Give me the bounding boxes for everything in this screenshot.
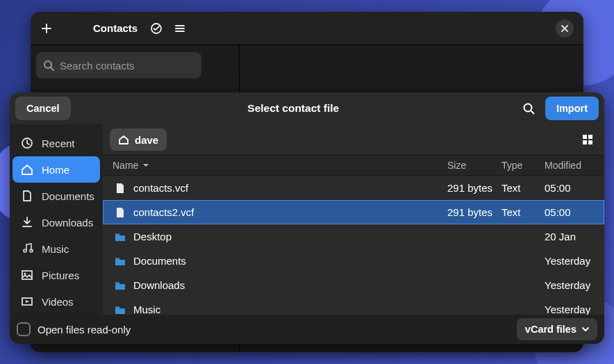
- file-name: Downloads: [133, 279, 447, 291]
- file-row[interactable]: contacts.vcf291 bytesText05:00: [103, 176, 604, 200]
- place-label: Documents: [42, 190, 94, 202]
- place-label: Downloads: [42, 217, 93, 229]
- grid-view-button[interactable]: [578, 130, 597, 149]
- sort-desc-icon: [142, 162, 149, 169]
- place-label: Music: [42, 243, 69, 255]
- close-icon: [561, 24, 569, 33]
- file-row[interactable]: DocumentsYesterday: [103, 249, 604, 273]
- file-name: Music: [133, 304, 447, 315]
- music-icon: [21, 242, 33, 255]
- place-label: Videos: [42, 296, 74, 308]
- dialog-title: Select contact file: [71, 102, 516, 115]
- search-icon: [522, 102, 535, 115]
- readonly-checkbox[interactable]: [17, 322, 31, 336]
- videos-icon: [21, 295, 33, 308]
- contacts-header: Contacts: [31, 12, 583, 45]
- home-icon: [118, 134, 129, 145]
- place-downloads[interactable]: Downloads: [13, 209, 100, 235]
- place-label: Recent: [42, 138, 75, 149]
- file-row[interactable]: Desktop20 Jan: [103, 224, 604, 249]
- file-name: contacts.vcf: [133, 182, 447, 194]
- file-filter-label: vCard files: [525, 324, 576, 335]
- column-name[interactable]: Name: [113, 160, 447, 171]
- column-modified[interactable]: Modified: [545, 160, 596, 171]
- home-icon: [21, 163, 33, 176]
- search-icon: [43, 60, 54, 71]
- svg-point-4: [30, 249, 33, 252]
- contacts-sidebar: [31, 45, 207, 85]
- menu-button[interactable]: [168, 17, 192, 40]
- file-modified: 05:00: [545, 206, 596, 218]
- svg-rect-8: [583, 135, 587, 139]
- file-list[interactable]: contacts.vcf291 bytesText05:00contacts2.…: [103, 176, 604, 315]
- file-modified: Yesterday: [545, 279, 596, 291]
- file-size: 291 bytes: [447, 182, 501, 194]
- breadcrumb-label: dave: [135, 134, 158, 146]
- file-modified: 05:00: [545, 182, 596, 194]
- file-filter-dropdown[interactable]: vCard files: [517, 318, 597, 340]
- import-button[interactable]: Import: [545, 97, 599, 120]
- svg-rect-10: [583, 140, 587, 144]
- place-recent[interactable]: Recent: [13, 130, 100, 156]
- file-icon: [113, 183, 128, 194]
- folder-icon: [113, 280, 128, 291]
- select-mode-button[interactable]: [144, 17, 168, 40]
- file-modified: Yesterday: [545, 304, 596, 315]
- pictures-icon: [21, 269, 33, 281]
- svg-rect-9: [588, 135, 592, 139]
- file-row[interactable]: contacts2.vcf291 bytesText05:00: [103, 200, 604, 224]
- dialog-header: Cancel Select contact file Import: [10, 92, 604, 124]
- grid-icon: [582, 134, 593, 145]
- files-pane: dave Name Size Type Modified contacts.vc…: [103, 124, 604, 315]
- documents-icon: [21, 190, 33, 202]
- pathbar: dave: [103, 124, 604, 155]
- file-icon: [113, 207, 128, 218]
- breadcrumb-home[interactable]: dave: [110, 129, 167, 151]
- readonly-label: Open files read-only: [38, 324, 510, 336]
- app-title: Contacts: [93, 22, 138, 34]
- column-size[interactable]: Size: [447, 160, 501, 171]
- folder-icon: [113, 231, 128, 242]
- cancel-button[interactable]: Cancel: [15, 97, 71, 120]
- file-name: Documents: [133, 255, 447, 267]
- search-button[interactable]: [516, 97, 541, 120]
- file-chooser-dialog: Cancel Select contact file Import Recent…: [10, 92, 604, 344]
- place-videos[interactable]: Videos: [13, 288, 100, 315]
- svg-rect-11: [588, 140, 592, 144]
- place-label: Pictures: [42, 270, 79, 281]
- plus-icon: [41, 23, 52, 34]
- search-input[interactable]: [60, 60, 194, 72]
- column-type[interactable]: Type: [501, 160, 545, 171]
- place-home[interactable]: Home: [13, 156, 100, 183]
- downloads-icon: [21, 216, 33, 229]
- folder-icon: [113, 256, 128, 267]
- dialog-footer: Open files read-only vCard files: [10, 315, 604, 344]
- place-label: Home: [42, 164, 69, 176]
- hamburger-icon: [174, 23, 185, 34]
- file-row[interactable]: DownloadsYesterday: [103, 273, 604, 297]
- check-circle-icon: [150, 22, 163, 35]
- search-field[interactable]: [36, 52, 201, 78]
- chevron-down-icon: [582, 326, 589, 333]
- recent-icon: [21, 137, 33, 149]
- svg-rect-5: [22, 271, 32, 279]
- places-sidebar: RecentHomeDocumentsDownloadsMusicPicture…: [10, 124, 103, 315]
- file-name: Desktop: [133, 231, 447, 242]
- file-name: contacts2.vcf: [133, 206, 447, 218]
- place-music[interactable]: Music: [13, 235, 100, 262]
- file-type: Text: [501, 182, 545, 194]
- file-modified: Yesterday: [545, 255, 596, 267]
- place-documents[interactable]: Documents: [13, 183, 100, 209]
- file-row[interactable]: MusicYesterday: [103, 297, 604, 315]
- new-contact-button[interactable]: [35, 17, 58, 40]
- place-pictures[interactable]: Pictures: [13, 262, 100, 288]
- column-headers: Name Size Type Modified: [103, 155, 604, 176]
- file-type: Text: [501, 206, 545, 218]
- folder-icon: [113, 304, 128, 315]
- file-modified: 20 Jan: [545, 231, 596, 242]
- file-size: 291 bytes: [447, 206, 501, 218]
- window-close-button[interactable]: [556, 19, 574, 38]
